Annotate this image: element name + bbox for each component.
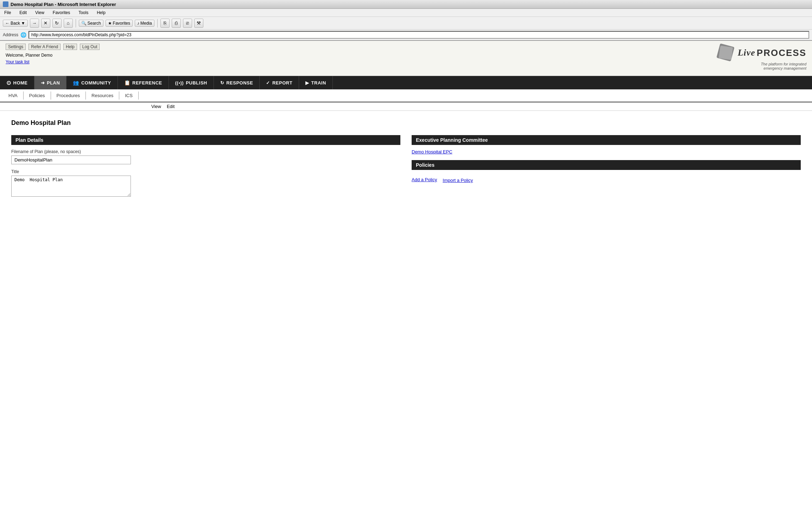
header-right: LivePROCESS The platform for integrated … (717, 44, 806, 70)
home-button[interactable]: ⌂ (64, 19, 73, 28)
tab-publish-label: Publish (186, 80, 207, 85)
logo-live: Live (738, 47, 755, 58)
publish-icon: ((•)) (175, 80, 184, 85)
tab-response-label: Response (226, 80, 253, 85)
tab-publish[interactable]: ((•)) Publish (169, 76, 214, 89)
train-icon: ▶ (305, 80, 309, 85)
tab-plan[interactable]: ➜ Plan (34, 76, 67, 89)
right-panel: Executive Planning Committee Demo Hospit… (412, 135, 801, 182)
policy-links: Add a Policy Import a Policy (412, 174, 801, 182)
header-nav-links: Settings Refer A Friend Help Log Out (6, 44, 100, 50)
media-icon: ♪ (137, 21, 139, 26)
nav-tabs: ⊙ Home ➜ Plan 👥 Community 📋 Reference ((… (0, 76, 812, 89)
menu-edit[interactable]: Edit (18, 9, 28, 16)
stop-button[interactable]: ✕ (41, 19, 50, 28)
search-icon: 🔍 (81, 21, 87, 26)
browser-icon-3[interactable]: ⎚ (183, 19, 192, 28)
subnav-hva[interactable]: HVA (0, 91, 24, 100)
logo-graphic (717, 44, 735, 62)
policies-section: Policies Add a Policy Import a Policy (412, 160, 801, 182)
address-input[interactable] (28, 31, 809, 39)
welcome-text: Welcome, Planner Demo (6, 53, 100, 58)
tab-home[interactable]: ⊙ Home (0, 76, 34, 89)
menu-tools[interactable]: Tools (77, 9, 90, 16)
back-dropdown-icon: ▼ (21, 21, 25, 26)
edit-link[interactable]: Edit (167, 104, 175, 109)
epc-header: Executive Planning Committee (412, 135, 801, 145)
tab-report[interactable]: ✓ Report (260, 76, 299, 89)
search-button[interactable]: 🔍 Search (79, 20, 103, 27)
add-policy-link[interactable]: Add a Policy (412, 177, 437, 182)
filename-input[interactable] (11, 156, 131, 164)
media-button[interactable]: ♪ Media (135, 20, 154, 27)
tab-reference-label: Reference (132, 80, 162, 85)
logo-tagline: The platform for integrated emergency ma… (761, 62, 806, 70)
favorites-label: Favorites (113, 21, 130, 26)
tab-plan-label: Plan (47, 80, 60, 85)
subnav-policies[interactable]: Policies (24, 91, 51, 100)
filename-group: Filename of Plan (please, no spaces) (11, 149, 400, 164)
tab-home-label: Home (13, 80, 28, 85)
home-icon: ⊙ (6, 80, 11, 86)
menu-help[interactable]: Help (95, 9, 107, 16)
view-link[interactable]: View (151, 104, 161, 109)
plan-details-panel: Plan Details Filename of Plan (please, n… (11, 135, 400, 203)
title-textarea[interactable]: Demo Hospital Plan (11, 176, 131, 197)
tab-reference[interactable]: 📋 Reference (118, 76, 169, 89)
subnav-resources[interactable]: Resources (86, 91, 119, 100)
back-label: Back (11, 21, 20, 26)
address-label: Address (3, 32, 18, 37)
browser-icon-2[interactable]: ⎙ (172, 19, 181, 28)
app-header: Settings Refer A Friend Help Log Out Wel… (0, 41, 812, 76)
epc-link[interactable]: Demo Hospital EPC (412, 149, 452, 154)
help-link[interactable]: Help (63, 44, 77, 50)
ie-icon (3, 1, 8, 7)
tab-community[interactable]: 👥 Community (66, 76, 118, 89)
menu-file[interactable]: File (3, 9, 12, 16)
reference-icon: 📋 (124, 80, 131, 85)
menu-favorites[interactable]: Favorites (51, 9, 71, 16)
toolbar-sep-2 (157, 19, 158, 27)
search-label: Search (88, 21, 101, 26)
title-label: Title (11, 169, 400, 174)
logo-area: LivePROCESS The platform for integrated … (717, 44, 806, 70)
refer-friend-link[interactable]: Refer A Friend (28, 44, 61, 50)
logo-text: LivePROCESS (738, 47, 806, 58)
welcome-message: Welcome, Planner Demo (6, 53, 52, 58)
menu-view[interactable]: View (34, 9, 46, 16)
toolbar-sep-1 (76, 19, 76, 27)
browser-titlebar: Demo Hospital Plan - Microsoft Internet … (0, 0, 812, 9)
browser-menubar: File Edit View Favorites Tools Help (0, 9, 812, 17)
tab-train-label: Train (311, 80, 326, 85)
community-icon: 👥 (73, 80, 79, 85)
tab-train[interactable]: ▶ Train (299, 76, 333, 89)
report-icon: ✓ (266, 80, 270, 85)
epc-section: Executive Planning Committee Demo Hospit… (412, 135, 801, 154)
filename-label: Filename of Plan (please, no spaces) (11, 149, 400, 154)
subnav-procedures[interactable]: Procedures (51, 91, 86, 100)
import-policy-link[interactable]: Import a Policy (443, 178, 473, 183)
back-button[interactable]: ← Back ▼ (3, 20, 28, 27)
logo-process: PROCESS (757, 47, 806, 58)
header-left: Settings Refer A Friend Help Log Out Wel… (6, 44, 100, 64)
address-icon: 🌐 (20, 32, 26, 38)
refresh-button[interactable]: ↻ (52, 19, 62, 28)
forward-button[interactable]: → (30, 19, 39, 28)
plan-arrow-icon: ➜ (41, 80, 45, 85)
task-list-link[interactable]: Your task list (6, 59, 100, 64)
two-column-layout: Plan Details Filename of Plan (please, n… (11, 135, 801, 203)
browser-toolbar: ← Back ▼ → ✕ ↻ ⌂ 🔍 Search ★ Favorites ♪ … (0, 17, 812, 30)
back-icon: ← (5, 21, 9, 26)
browser-icon-1[interactable]: ⎘ (160, 19, 170, 28)
settings-link[interactable]: Settings (6, 44, 26, 50)
favorites-button[interactable]: ★ Favorites (106, 20, 133, 27)
page-title: Demo Hospital Plan (11, 119, 801, 127)
sub-nav: HVA Policies Procedures Resources ICS (0, 89, 812, 102)
subnav-ics[interactable]: ICS (119, 91, 139, 100)
tab-response[interactable]: ↻ Response (214, 76, 260, 89)
logout-link[interactable]: Log Out (80, 44, 100, 50)
media-label: Media (140, 21, 152, 26)
browser-icon-4[interactable]: ⚒ (194, 19, 203, 28)
policies-header: Policies (412, 160, 801, 170)
address-bar: Address 🌐 (0, 30, 812, 41)
